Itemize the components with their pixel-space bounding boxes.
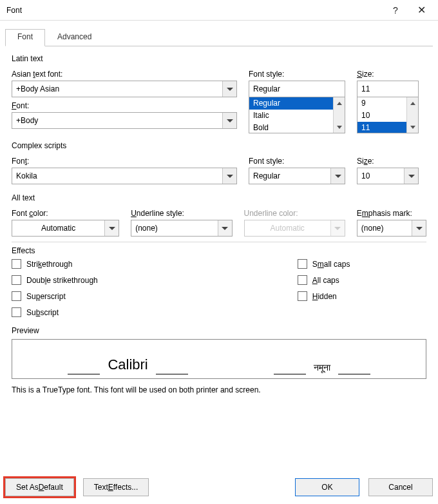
latin-font-input[interactable] [12,113,222,128]
group-latin: Latin text [12,54,426,63]
font-color-value: Automatic [12,224,104,233]
cs-size-input[interactable] [357,168,404,184]
label-asian-font: Asian text font: [12,70,237,79]
font-style-list[interactable]: Regular Italic Bold [249,97,345,133]
label-font-style: Font style: [249,70,345,79]
checkbox-strikethrough[interactable]: Strikethrough [12,259,98,269]
label-underline-color: Underline color: [244,209,345,218]
group-complex: Complex scripts [12,141,426,150]
ok-button[interactable]: OK [295,478,359,496]
emphasis-combo[interactable]: (none) [357,220,426,237]
scroll-up-icon[interactable] [334,97,345,109]
text-effects-button[interactable]: Text Effects... [83,478,149,496]
underline-color-combo: Automatic [244,220,345,237]
label-cs-style: Font style: [249,157,345,166]
list-item[interactable]: Regular [249,97,333,110]
checkbox-superscript[interactable]: Superscript [12,291,98,301]
dialog-title: Font [6,6,22,15]
label-font-color: Font color: [12,209,119,218]
label-underline-style: Underline style: [131,209,232,218]
font-color-combo[interactable]: Automatic [12,220,119,237]
list-item[interactable]: 9 [357,97,406,110]
preview-sample-latin: Calibri [104,356,151,374]
emphasis-value: (none) [357,224,412,233]
cancel-button[interactable]: Cancel [368,478,433,496]
latin-font-combo[interactable] [12,112,237,129]
scroll-down-icon[interactable] [334,121,345,133]
label-emphasis: Emphasis mark: [357,209,426,218]
scrollbar[interactable] [333,97,345,133]
underline-style-combo[interactable]: (none) [131,220,232,237]
chevron-down-icon[interactable] [404,168,418,184]
tabstrip: Font Advanced [5,28,433,46]
chevron-down-icon[interactable] [104,220,119,236]
chevron-down-icon[interactable] [222,168,236,184]
chevron-down-icon[interactable] [218,220,232,236]
label-cs-font: Font: [12,157,237,166]
preview-note: This is a TrueType font. This font will … [12,385,426,394]
help-button[interactable]: ? [383,1,408,19]
font-style-input[interactable] [249,81,345,97]
asian-font-input[interactable] [12,81,222,97]
chevron-down-icon[interactable] [330,168,345,184]
label-cs-size: Size: [357,157,419,166]
cs-size-combo[interactable] [357,168,419,184]
cs-style-combo[interactable] [249,168,345,184]
checkbox-all-caps[interactable]: All caps [298,275,350,285]
checkbox-hidden[interactable]: Hidden [298,291,350,301]
size-input[interactable] [357,81,418,97]
tab-advanced[interactable]: Advanced [45,29,104,46]
group-effects: Effects [12,246,426,255]
chevron-down-icon[interactable] [222,81,236,97]
underline-style-value: (none) [131,224,217,233]
size-list[interactable]: 9 10 11 [357,97,419,133]
chevron-down-icon [330,220,345,236]
underline-color-value: Automatic [245,224,330,233]
cs-style-input[interactable] [249,168,330,184]
preview-area: Calibri नमूना [12,339,426,379]
list-item[interactable]: Bold [249,122,333,133]
tab-font[interactable]: Font [5,29,45,46]
group-alltext: All text [12,193,426,202]
group-preview: Preview [12,326,426,335]
close-button[interactable]: ✕ [408,1,434,19]
cs-font-input[interactable] [12,168,222,184]
title-bar: Font ? ✕ [0,0,438,21]
preview-sample-cs: नमूना [310,362,334,374]
scroll-down-icon[interactable] [407,121,418,133]
set-as-default-button[interactable]: Set As Default [5,478,74,496]
scrollbar[interactable] [406,97,418,133]
label-size: Size: [357,70,419,79]
chevron-down-icon[interactable] [222,113,236,128]
scroll-up-icon[interactable] [407,97,418,109]
font-style-input-wrap [249,81,345,97]
cs-font-combo[interactable] [12,168,237,184]
label-latin-font: Font: [12,101,237,110]
checkbox-small-caps[interactable]: Small caps [298,259,350,269]
size-input-wrap [357,81,419,97]
list-item[interactable]: 10 [357,110,406,122]
checkbox-subscript[interactable]: Subscript [12,307,98,317]
asian-font-combo[interactable] [12,81,237,97]
chevron-down-icon[interactable] [412,220,426,236]
checkbox-double-strike[interactable]: Double strikethrough [12,275,98,285]
list-item[interactable]: Italic [249,110,333,122]
list-item[interactable]: 11 [357,122,406,133]
